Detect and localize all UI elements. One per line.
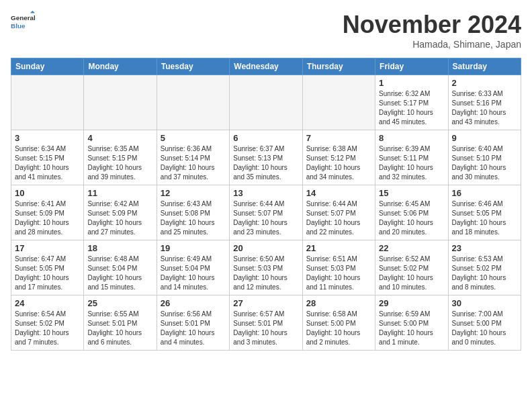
day-cell-2-0: 10Sunrise: 6:41 AM Sunset: 5:09 PM Dayli… — [11, 185, 84, 240]
week-row-3: 10Sunrise: 6:41 AM Sunset: 5:09 PM Dayli… — [11, 185, 521, 240]
header-monday: Monday — [84, 58, 157, 75]
day-number: 15 — [379, 188, 444, 198]
calendar-header-row: SundayMondayTuesdayWednesdayThursdayFrid… — [11, 58, 521, 75]
location: Hamada, Shimane, Japan — [343, 39, 521, 50]
header-thursday: Thursday — [302, 58, 375, 75]
header: General Blue General Blue November 2024 … — [11, 11, 521, 50]
week-row-5: 24Sunrise: 6:54 AM Sunset: 5:02 PM Dayli… — [11, 295, 521, 351]
day-cell-3-4: 21Sunrise: 6:51 AM Sunset: 5:03 PM Dayli… — [302, 240, 375, 295]
title-area: November 2024 Hamada, Shimane, Japan — [343, 11, 521, 50]
day-info: Sunrise: 6:56 AM Sunset: 5:01 PM Dayligh… — [161, 310, 226, 347]
header-tuesday: Tuesday — [157, 58, 229, 75]
day-cell-1-3: 6Sunrise: 6:37 AM Sunset: 5:13 PM Daylig… — [230, 130, 302, 185]
day-cell-3-2: 19Sunrise: 6:49 AM Sunset: 5:04 PM Dayli… — [157, 240, 229, 295]
day-info: Sunrise: 6:40 AM Sunset: 5:10 PM Dayligh… — [452, 144, 517, 182]
day-info: Sunrise: 6:46 AM Sunset: 5:05 PM Dayligh… — [452, 199, 517, 237]
day-number: 10 — [15, 188, 80, 198]
day-number: 5 — [161, 133, 226, 143]
day-cell-1-0: 3Sunrise: 6:34 AM Sunset: 5:15 PM Daylig… — [11, 130, 84, 185]
day-info: Sunrise: 7:00 AM Sunset: 5:00 PM Dayligh… — [452, 310, 517, 347]
day-cell-2-5: 15Sunrise: 6:45 AM Sunset: 5:06 PM Dayli… — [375, 185, 448, 240]
day-number: 25 — [87, 298, 152, 308]
day-number: 24 — [15, 298, 80, 308]
day-cell-3-5: 22Sunrise: 6:52 AM Sunset: 5:02 PM Dayli… — [375, 240, 448, 295]
day-cell-3-1: 18Sunrise: 6:48 AM Sunset: 5:04 PM Dayli… — [84, 240, 157, 295]
day-cell-1-1: 4Sunrise: 6:35 AM Sunset: 5:15 PM Daylig… — [84, 130, 157, 185]
day-info: Sunrise: 6:51 AM Sunset: 5:03 PM Dayligh… — [306, 255, 371, 292]
day-info: Sunrise: 6:57 AM Sunset: 5:01 PM Dayligh… — [233, 310, 298, 347]
day-cell-4-0: 24Sunrise: 6:54 AM Sunset: 5:02 PM Dayli… — [11, 295, 84, 351]
day-number: 20 — [233, 243, 298, 253]
day-number: 16 — [452, 188, 517, 198]
svg-text:General: General — [11, 14, 35, 21]
svg-marker-2 — [30, 11, 35, 13]
day-cell-4-3: 27Sunrise: 6:57 AM Sunset: 5:01 PM Dayli… — [230, 295, 302, 351]
day-info: Sunrise: 6:59 AM Sunset: 5:00 PM Dayligh… — [379, 310, 444, 347]
day-cell-4-1: 25Sunrise: 6:55 AM Sunset: 5:01 PM Dayli… — [84, 295, 157, 351]
day-info: Sunrise: 6:38 AM Sunset: 5:12 PM Dayligh… — [306, 144, 371, 182]
day-cell-1-5: 8Sunrise: 6:39 AM Sunset: 5:11 PM Daylig… — [375, 130, 448, 185]
day-info: Sunrise: 6:42 AM Sunset: 5:09 PM Dayligh… — [87, 199, 152, 237]
day-cell-2-4: 14Sunrise: 6:44 AM Sunset: 5:07 PM Dayli… — [302, 185, 375, 240]
day-number: 21 — [306, 243, 371, 253]
day-cell-3-6: 23Sunrise: 6:53 AM Sunset: 5:02 PM Dayli… — [448, 240, 521, 295]
header-wednesday: Wednesday — [230, 58, 302, 75]
day-info: Sunrise: 6:35 AM Sunset: 5:15 PM Dayligh… — [87, 144, 152, 182]
day-cell-2-3: 13Sunrise: 6:44 AM Sunset: 5:07 PM Dayli… — [230, 185, 302, 240]
day-number: 17 — [15, 243, 80, 253]
day-cell-0-3 — [230, 75, 302, 130]
day-info: Sunrise: 6:34 AM Sunset: 5:15 PM Dayligh… — [15, 144, 80, 182]
day-cell-1-2: 5Sunrise: 6:36 AM Sunset: 5:14 PM Daylig… — [157, 130, 229, 185]
day-info: Sunrise: 6:37 AM Sunset: 5:13 PM Dayligh… — [233, 144, 298, 182]
day-number: 3 — [15, 133, 80, 143]
day-info: Sunrise: 6:53 AM Sunset: 5:02 PM Dayligh… — [452, 255, 517, 292]
day-info: Sunrise: 6:49 AM Sunset: 5:04 PM Dayligh… — [161, 255, 226, 292]
week-row-1: 1Sunrise: 6:32 AM Sunset: 5:17 PM Daylig… — [11, 75, 521, 130]
day-cell-0-6: 2Sunrise: 6:33 AM Sunset: 5:16 PM Daylig… — [448, 75, 521, 130]
day-number: 28 — [306, 298, 371, 308]
svg-text:Blue: Blue — [11, 22, 26, 30]
day-number: 4 — [87, 133, 152, 143]
day-number: 9 — [452, 133, 517, 143]
day-info: Sunrise: 6:52 AM Sunset: 5:02 PM Dayligh… — [379, 255, 444, 292]
day-number: 27 — [233, 298, 298, 308]
day-number: 14 — [306, 188, 371, 198]
logo-icon: General Blue — [11, 11, 35, 35]
day-number: 23 — [452, 243, 517, 253]
day-info: Sunrise: 6:32 AM Sunset: 5:17 PM Dayligh… — [379, 89, 444, 127]
day-number: 2 — [452, 78, 517, 88]
day-cell-4-4: 28Sunrise: 6:58 AM Sunset: 5:00 PM Dayli… — [302, 295, 375, 351]
header-sunday: Sunday — [11, 58, 84, 75]
day-info: Sunrise: 6:45 AM Sunset: 5:06 PM Dayligh… — [379, 199, 444, 237]
day-info: Sunrise: 6:36 AM Sunset: 5:14 PM Dayligh… — [161, 144, 226, 182]
day-cell-0-1 — [84, 75, 157, 130]
day-cell-2-1: 11Sunrise: 6:42 AM Sunset: 5:09 PM Dayli… — [84, 185, 157, 240]
week-row-2: 3Sunrise: 6:34 AM Sunset: 5:15 PM Daylig… — [11, 130, 521, 185]
logo: General Blue General Blue — [11, 11, 35, 35]
day-number: 22 — [379, 243, 444, 253]
day-cell-0-0 — [11, 75, 84, 130]
day-info: Sunrise: 6:44 AM Sunset: 5:07 PM Dayligh… — [306, 199, 371, 237]
day-info: Sunrise: 6:50 AM Sunset: 5:03 PM Dayligh… — [233, 255, 298, 292]
day-cell-1-6: 9Sunrise: 6:40 AM Sunset: 5:10 PM Daylig… — [448, 130, 521, 185]
day-cell-3-3: 20Sunrise: 6:50 AM Sunset: 5:03 PM Dayli… — [230, 240, 302, 295]
week-row-4: 17Sunrise: 6:47 AM Sunset: 5:05 PM Dayli… — [11, 240, 521, 295]
day-info: Sunrise: 6:39 AM Sunset: 5:11 PM Dayligh… — [379, 144, 444, 182]
day-number: 7 — [306, 133, 371, 143]
day-info: Sunrise: 6:43 AM Sunset: 5:08 PM Dayligh… — [161, 199, 226, 237]
day-number: 11 — [87, 188, 152, 198]
day-number: 30 — [452, 298, 517, 308]
day-number: 26 — [161, 298, 226, 308]
day-info: Sunrise: 6:48 AM Sunset: 5:04 PM Dayligh… — [87, 255, 152, 292]
day-cell-0-4 — [302, 75, 375, 130]
day-number: 13 — [233, 188, 298, 198]
day-info: Sunrise: 6:47 AM Sunset: 5:05 PM Dayligh… — [15, 255, 80, 292]
day-cell-4-2: 26Sunrise: 6:56 AM Sunset: 5:01 PM Dayli… — [157, 295, 229, 351]
day-cell-2-6: 16Sunrise: 6:46 AM Sunset: 5:05 PM Dayli… — [448, 185, 521, 240]
header-friday: Friday — [375, 58, 448, 75]
day-info: Sunrise: 6:55 AM Sunset: 5:01 PM Dayligh… — [87, 310, 152, 347]
day-cell-0-5: 1Sunrise: 6:32 AM Sunset: 5:17 PM Daylig… — [375, 75, 448, 130]
day-number: 12 — [161, 188, 226, 198]
day-number: 29 — [379, 298, 444, 308]
day-cell-4-5: 29Sunrise: 6:59 AM Sunset: 5:00 PM Dayli… — [375, 295, 448, 351]
